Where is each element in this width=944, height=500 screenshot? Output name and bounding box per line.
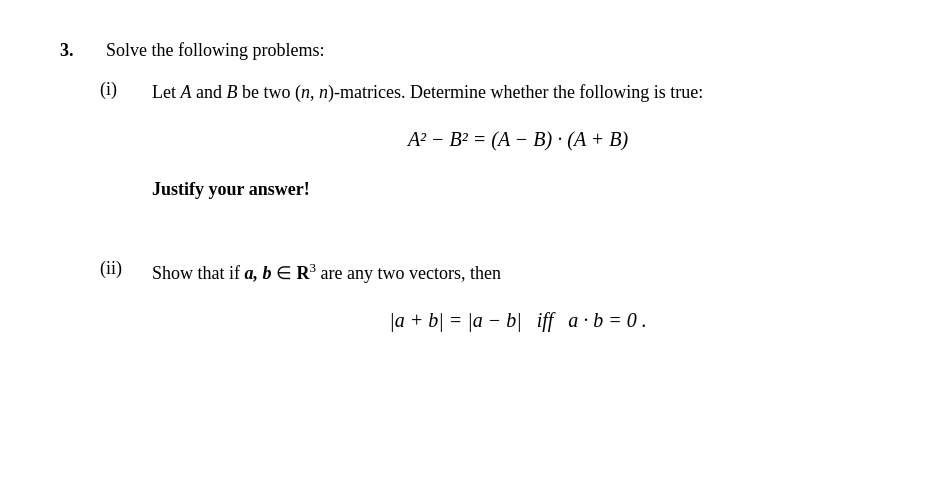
text-be-two: be two (n, n)-matrices. Determine whethe…	[242, 82, 703, 102]
sub-content-i: Let A and B be two (n, n)-matrices. Dete…	[152, 79, 884, 230]
justify-answer: Justify your answer!	[152, 179, 884, 200]
matrix-A: A	[181, 82, 192, 102]
problem-number: 3.	[60, 40, 90, 61]
equation-ii: |a + b| = |a − b| iff a · b = 0 .	[152, 309, 884, 332]
problem-container: 3. Solve the following problems: (i) Let…	[60, 40, 884, 346]
problem-title: Solve the following problems:	[106, 40, 324, 61]
comma: ,	[254, 263, 263, 283]
matrix-B: B	[227, 82, 238, 102]
sub-text-ii: Show that if a, b ∈ R3 are any two vecto…	[152, 258, 884, 287]
text-show: Show that if	[152, 263, 245, 283]
sub-content-ii: Show that if a, b ∈ R3 are any two vecto…	[152, 258, 884, 346]
text-vectors: are any two vectors, then	[321, 263, 501, 283]
sub-label-i: (i)	[100, 79, 140, 100]
vectors-ab: a	[245, 263, 254, 283]
text-and: and	[196, 82, 227, 102]
vector-b: b	[263, 263, 272, 283]
sub-problem-ii: (ii) Show that if a, b ∈ R3 are any two …	[100, 258, 884, 346]
sub-label-ii: (ii)	[100, 258, 140, 279]
problem-header: 3. Solve the following problems:	[60, 40, 884, 61]
sub-text-i: Let A and B be two (n, n)-matrices. Dete…	[152, 79, 884, 106]
equation-i: A² − B² = (A − B) · (A + B)	[152, 128, 884, 151]
sub-problem-i: (i) Let A and B be two (n, n)-matrices. …	[100, 79, 884, 230]
text-in-r3: ∈ R3	[276, 263, 316, 283]
text-let: Let	[152, 82, 181, 102]
